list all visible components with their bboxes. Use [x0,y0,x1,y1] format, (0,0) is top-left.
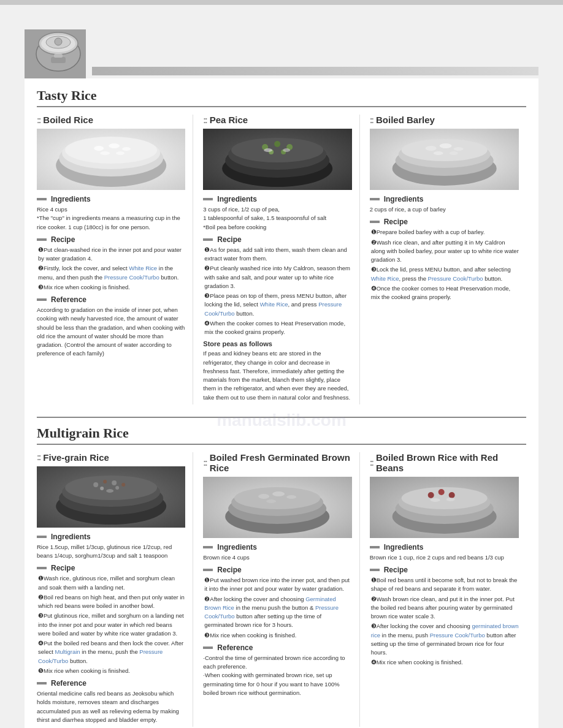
pea-rice-recipe-title: Recipe [203,235,351,244]
boiled-barley-recipe-title: Recipe [370,218,519,226]
svg-point-63 [446,498,454,501]
fivegrain-reference-text: Oriental medicine calls red beans as Jeo… [37,689,185,724]
brown-red-beans-ingredients-text: Brown rice 1 cup, rice 2 cups and red be… [370,553,519,562]
boiled-barley-title: Boiled Barley [370,115,519,125]
pea-rice-title: Pea Rice [203,115,351,125]
svg-point-39 [65,476,157,500]
top-bar [0,0,563,5]
boiled-rice-reference-title: Reference [37,295,185,304]
fivegrain-reference-title: Reference [37,679,185,688]
svg-point-46 [106,489,113,493]
svg-point-60 [438,489,444,495]
germinated-brown-ingredients-text: Brown rice 4 cups [203,553,351,562]
germinated-brown-bowl-svg [203,477,351,538]
brown-red-beans-ingredients-title: Ingredients [370,543,519,552]
svg-point-61 [448,492,454,498]
boiled-rice-ingredients-title: Ingredients [37,195,185,203]
germinated-brown-image [203,477,351,538]
svg-point-31 [425,146,436,151]
svg-point-6 [55,38,62,45]
pea-rice-image [203,129,351,190]
brown-red-beans-steps: ❶Boil red beans until it become soft, bu… [370,576,519,667]
boiled-rice-ingredients-text: Rice 4 cups *The "cup" in ingredients me… [37,205,185,232]
fivegrain-link1: Multigrain [55,648,80,655]
svg-point-42 [112,480,117,485]
svg-point-30 [401,139,487,161]
fivegrain-recipe-title: Recipe [37,564,185,572]
header-right-bar [92,67,538,75]
germinated-brown-reference-text: ·Control the time of germinated brown ri… [203,654,351,697]
brown-red-beans-title: Boiled Brown Rice with Red Beans [370,452,519,473]
svg-point-15 [116,151,124,155]
logo-box [25,23,80,78]
pea-rice-link1: White Rice [260,301,288,308]
svg-point-53 [286,495,296,499]
section-divider [37,417,526,418]
recipe-pea-rice: Pea Rice [203,115,359,404]
germinated-brown-ingredients-title: Ingredients [203,543,351,552]
svg-point-41 [103,480,107,483]
svg-point-25 [264,148,272,152]
svg-point-21 [274,141,280,147]
recipe-germinated-brown: Boiled Fresh Germinated Brown Rice Ingre… [203,452,359,727]
boiled-barley-bowl-svg [370,129,519,190]
svg-point-40 [93,482,98,487]
svg-point-12 [109,143,120,148]
boiled-rice-title: Boiled Rice [37,115,185,125]
store-peas-title: Store peas as follows [203,340,351,347]
fivegrain-steps: ❶Wash rice, glutinous rice, millet and s… [37,574,185,675]
germinated-brown-steps: ❶Put washed brown rice into the inner po… [203,576,351,640]
boiled-barley-ingredients-title: Ingredients [370,195,519,203]
fivegrain-image [37,466,185,528]
brown-red-beans-image [370,477,519,538]
rice-cooker-icon [31,20,86,75]
store-peas-text: If peas and kidney beans etc are stored … [203,349,351,402]
recipe-boiled-rice: Boiled Rice Ingredients [37,115,193,404]
barley-link2: Pressure Cook/Turbo [428,275,483,282]
pea-rice-steps: ❶As for peas, add salt into them, wash t… [203,246,351,337]
svg-point-32 [439,143,451,148]
boiled-rice-image [37,129,185,190]
svg-point-13 [122,147,131,151]
header-area [0,5,563,78]
svg-point-45 [115,486,119,490]
barley-link1: White Rice [371,275,399,282]
boiled-rice-link1: White Rice [129,265,157,271]
brown-red-beans-bowl-svg [370,477,519,538]
boiled-barley-image [370,129,519,190]
germinated-brown-reference-title: Reference [203,643,351,652]
brown-red-link2: Pressure Cook/Turbo [430,632,485,639]
svg-point-14 [100,151,110,155]
svg-rect-5 [54,54,63,58]
svg-point-44 [100,487,104,490]
svg-point-26 [283,148,290,152]
svg-point-50 [234,487,320,509]
germinated-brown-recipe-title: Recipe [203,566,351,574]
svg-rect-4 [51,57,66,63]
fivegrain-title: Five-grain Rice [37,452,185,463]
svg-point-54 [266,499,276,503]
boiled-barley-ingredients-text: 2 cups of rice, a cup of barley [370,205,519,214]
svg-point-62 [430,498,440,502]
section-tasty-rice-title: Tasty Rice [37,88,526,107]
fivegrain-bowl-svg [37,466,185,528]
main-content: manualslib.com Tasty Rice Boiled Rice [25,78,538,728]
brown-red-beans-recipe-title: Recipe [370,566,519,574]
fivegrain-ingredients-text: Rice 1.5cup, millet 1/3cup, glutinous ri… [37,543,185,561]
svg-point-59 [427,492,434,498]
svg-point-33 [453,147,463,151]
boiled-rice-steps: ❶Put clean-washed rice in the inner pot … [37,246,185,292]
pea-rice-bowl-svg [203,129,351,190]
recipe-boiled-barley: Boiled Barley Ingredients [370,115,526,404]
fivegrain-ingredients-title: Ingredients [37,533,185,541]
recipe-fivegrain: Five-grain Rice [37,452,193,727]
svg-point-10 [65,137,157,164]
boiled-rice-recipe-title: Recipe [37,235,185,244]
section-multigrain-title: Multigrain Rice [37,425,526,445]
boiled-rice-bowl-svg [37,129,185,190]
svg-point-35 [449,151,458,155]
germinated-brown-title: Boiled Fresh Germinated Brown Rice [203,452,351,473]
svg-point-11 [94,146,104,151]
svg-point-51 [258,494,269,499]
pea-rice-ingredients-text: 3 cups of rice, 1/2 cup of pea, 1 tables… [203,205,351,232]
